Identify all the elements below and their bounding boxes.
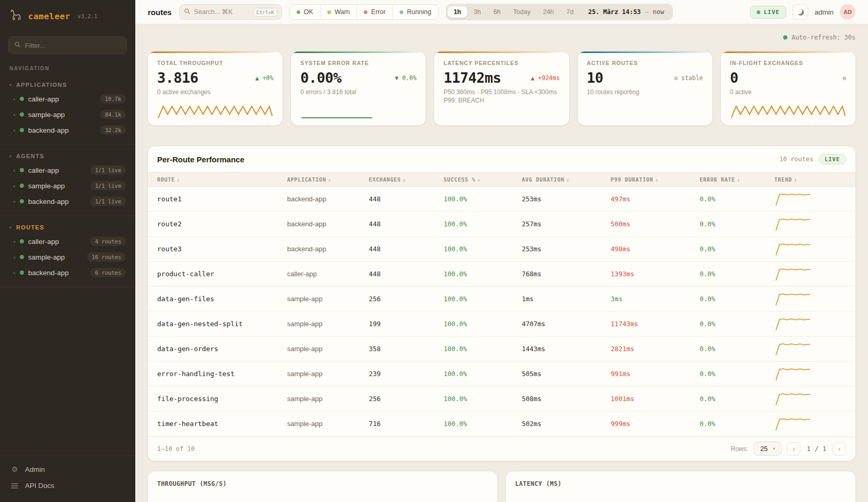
time-range-24h[interactable]: 24h — [537, 6, 560, 18]
live-toggle[interactable]: LIVE — [750, 6, 787, 19]
routes-table: ROUTE↕ APPLICATION↕ EXCHANGES↕ SUCCESS %… — [148, 172, 856, 436]
sidebar-item-agents-caller-app[interactable]: ▸ caller-app 1/1 live — [0, 162, 135, 178]
route-name-cell: data-gen-orders — [148, 337, 283, 362]
sidebar-item-routes-sample-app[interactable]: ▸ sample-app 16 routes — [0, 249, 135, 265]
kpi-active-routes: ACTIVE ROUTES 10 ⊖ stable 10 routes repo… — [578, 52, 712, 125]
warn-status-dot — [327, 10, 331, 14]
kpi-total-throughput: TOTAL THROUGHPUT 3.816 ▲ +0% 0 active ex… — [148, 52, 283, 125]
sidebar-item-admin[interactable]: ⚙ Admin — [0, 461, 135, 478]
main-content: Auto-refresh: 30s TOTAL THROUGHPUT 3.816… — [135, 24, 868, 502]
trend-cell — [770, 237, 856, 262]
sidebar-item-applications-backend-app[interactable]: ▸ backend-app 32.2k — [0, 122, 135, 138]
section-header-applications[interactable]: ▾ APPLICATIONS — [0, 79, 135, 91]
filter-chip-ok[interactable]: OK — [290, 5, 321, 19]
throughput-chart-panel: THROUGHPUT (MSG/S) — [148, 471, 497, 502]
table-row[interactable]: product-callercaller-app448100.0%768ms13… — [148, 262, 856, 287]
date-range-display[interactable]: 25. März 14:53 — now — [580, 8, 671, 16]
success-cell: 100.0% — [439, 187, 517, 212]
chevron-right-icon: ▸ — [14, 97, 16, 101]
time-range-7d[interactable]: 7d — [560, 6, 580, 18]
app-logo: cameleer v3.2.1 — [0, 0, 135, 31]
table-row[interactable]: route2backend-app448100.0%257ms500ms0.0% — [148, 212, 856, 237]
table-row[interactable]: file-processingsample-app256100.0%508ms1… — [148, 387, 856, 411]
table-row[interactable]: error-handling-testsample-app239100.0%50… — [148, 362, 856, 387]
status-dot — [20, 128, 24, 132]
time-range-3h[interactable]: 3h — [467, 6, 487, 18]
filter-chip-error[interactable]: Error — [357, 5, 393, 19]
column-header-route[interactable]: ROUTE↕ — [148, 173, 283, 187]
table-row[interactable]: data-gen-nested-splitsample-app199100.0%… — [148, 312, 856, 337]
time-range-today[interactable]: Today — [507, 6, 537, 18]
exchanges-cell: 448 — [365, 187, 440, 212]
filter-chip-warn[interactable]: Warn — [321, 5, 357, 19]
sidebar-item-api-docs[interactable]: API Docs — [0, 478, 135, 494]
application-cell: sample-app — [283, 387, 365, 411]
sparkline-chart — [730, 101, 846, 119]
exchanges-cell: 448 — [365, 212, 440, 237]
ok-status-dot — [297, 10, 300, 14]
search-shortcut-kbd: Ctrl+K — [253, 8, 277, 17]
auto-refresh-status: Auto-refresh: 30s — [148, 33, 856, 42]
sort-icon: ↕ — [177, 177, 180, 183]
chart-title: LATENCY (MS) — [515, 480, 846, 487]
column-header-error-rate[interactable]: ERROR RATE↕ — [695, 173, 770, 187]
prev-page-button[interactable]: ‹ — [787, 442, 800, 456]
table-row[interactable]: timer-heartbeatsample-app716100.0%502ms9… — [148, 411, 856, 436]
user-name[interactable]: admin — [814, 8, 834, 16]
sidebar-item-agents-backend-app[interactable]: ▸ backend-app 1/1 live — [0, 194, 135, 209]
table-row[interactable]: route1backend-app448100.0%253ms497ms0.0% — [148, 187, 856, 212]
filter-input[interactable] — [25, 42, 121, 49]
column-header-trend[interactable]: TREND↕ — [770, 173, 856, 187]
error-rate-cell: 0.0% — [695, 212, 770, 237]
avatar[interactable]: AD — [840, 4, 856, 20]
sidebar-item-routes-backend-app[interactable]: ▸ backend-app 6 routes — [0, 265, 135, 280]
sparkline-chart — [300, 101, 416, 119]
p99-duration-cell: 991ms — [607, 362, 696, 387]
search-icon — [14, 41, 21, 50]
application-cell: sample-app — [283, 411, 365, 436]
column-header-exchanges[interactable]: EXCHANGES↕ — [365, 173, 440, 187]
error-rate-cell: 0.0% — [695, 337, 770, 362]
pagination-range: 1–10 of 10 — [157, 445, 195, 453]
section-header-agents[interactable]: ▾ AGENTS — [0, 150, 135, 162]
page-title: routes — [148, 8, 172, 17]
filter-chip-running[interactable]: Running — [393, 5, 438, 19]
search-input[interactable] — [194, 8, 250, 16]
application-cell: backend-app — [283, 212, 365, 237]
sidebar-item-applications-caller-app[interactable]: ▸ caller-app 10.7k — [0, 91, 135, 107]
table-row[interactable]: data-gen-orderssample-app358100.0%1443ms… — [148, 337, 856, 362]
time-range-6h[interactable]: 6h — [487, 6, 507, 18]
kpi-title: SYSTEM ERROR RATE — [300, 60, 416, 66]
chip-label: OK — [304, 8, 313, 16]
table-row[interactable]: route3backend-app448100.0%253ms498ms0.0% — [148, 237, 856, 262]
table-footer: 1–10 of 10 Rows: 25 ▾ ‹ 1 / 1 › — [148, 436, 856, 461]
panel-title: Per-Route Performance — [157, 155, 245, 164]
trend-cell — [770, 262, 856, 287]
next-page-button[interactable]: › — [833, 442, 846, 456]
rows-per-page-label: Rows: — [731, 445, 748, 453]
kpi-delta: ⊖ stable — [674, 74, 703, 82]
column-header-avg-duration[interactable]: AVG DURATION↕ — [518, 173, 607, 187]
error-rate-cell: 0.0% — [695, 187, 770, 212]
sidebar-item-agents-sample-app[interactable]: ▸ sample-app 1/1 live — [0, 178, 135, 194]
success-cell: 100.0% — [439, 312, 517, 337]
trend-sparkline — [774, 392, 812, 406]
success-cell: 100.0% — [439, 362, 517, 387]
column-header-application[interactable]: APPLICATION↕ — [283, 173, 365, 187]
avg-duration-cell: 768ms — [518, 262, 607, 287]
table-row[interactable]: data-gen-filessample-app256100.0%1ms3ms0… — [148, 287, 856, 312]
column-header-success[interactable]: SUCCESS %↕ — [439, 173, 517, 187]
kpi-delta: ▲ +924ms — [531, 74, 559, 82]
section-header-routes[interactable]: ▾ ROUTES — [0, 221, 135, 234]
global-search[interactable]: Ctrl+K — [179, 4, 282, 20]
column-header-p99-duration[interactable]: P99 DURATION↕ — [607, 173, 696, 187]
sidebar-item-routes-caller-app[interactable]: ▸ caller-app 4 routes — [0, 234, 135, 249]
sidebar-filter[interactable] — [8, 36, 127, 54]
time-range-1h[interactable]: 1h — [448, 6, 468, 18]
sidebar-item-applications-sample-app[interactable]: ▸ sample-app 84.1k — [0, 107, 135, 122]
theme-toggle-button[interactable] — [793, 4, 808, 20]
trend-sparkline — [774, 192, 812, 207]
chip-label: Warn — [335, 8, 350, 16]
page-indicator: 1 / 1 — [806, 445, 827, 453]
rows-per-page-select[interactable]: 25 ▾ — [754, 442, 782, 456]
